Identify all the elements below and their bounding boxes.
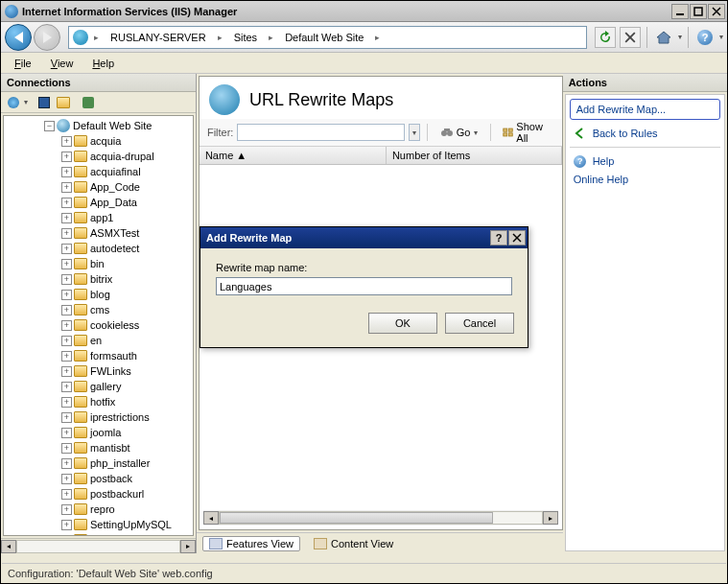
expand-icon[interactable]: + xyxy=(61,167,72,177)
action-help[interactable]: ? Help xyxy=(570,152,720,171)
tree-item[interactable]: +hotfix xyxy=(4,394,193,409)
tree-item[interactable]: +postback xyxy=(4,471,193,486)
expand-icon[interactable]: + xyxy=(61,474,72,484)
address-bar[interactable]: ▸ RUSLANY-SERVER ▸ Sites ▸ Default Web S… xyxy=(68,26,587,49)
tree-item[interactable]: +formsauth xyxy=(4,348,193,363)
expand-icon[interactable]: + xyxy=(61,182,72,193)
expand-icon[interactable]: + xyxy=(61,198,72,208)
expand-icon[interactable]: + xyxy=(61,213,72,223)
show-all-button[interactable]: Show All xyxy=(497,123,553,142)
tree-item[interactable]: +mantisbt xyxy=(4,440,193,456)
tree-item[interactable]: +ASMXTest xyxy=(4,225,193,241)
back-button[interactable] xyxy=(5,24,32,51)
crumb-site[interactable]: Default Web Site xyxy=(279,27,369,48)
expand-icon[interactable]: + xyxy=(61,412,72,423)
tree-item[interactable]: +cookieless xyxy=(4,317,193,333)
tree-item[interactable]: +acquia xyxy=(4,133,193,149)
tree-item[interactable]: +gallery xyxy=(4,379,193,394)
tree-item[interactable]: +postbackurl xyxy=(4,486,193,502)
expand-icon[interactable]: + xyxy=(61,152,72,162)
expand-icon[interactable]: + xyxy=(61,136,72,147)
open-icon[interactable] xyxy=(55,94,72,111)
expand-icon[interactable]: + xyxy=(61,366,72,377)
refresh-tree-icon[interactable] xyxy=(80,94,97,111)
close-button[interactable] xyxy=(708,4,725,19)
expand-icon[interactable]: + xyxy=(61,458,72,469)
tree-item[interactable]: +autodetect xyxy=(4,241,193,256)
expand-icon[interactable]: + xyxy=(61,259,72,269)
col-count[interactable]: Number of Items xyxy=(387,147,562,164)
maximize-button[interactable] xyxy=(690,4,707,19)
expand-icon[interactable]: + xyxy=(61,520,72,530)
crumb-sites[interactable]: Sites xyxy=(228,27,263,48)
tree-item[interactable]: +bin xyxy=(4,256,193,271)
expand-icon[interactable]: + xyxy=(61,443,72,454)
tree-item[interactable]: +php_installer xyxy=(4,456,193,471)
tab-features-view[interactable]: Features View xyxy=(202,536,300,551)
expand-icon[interactable]: + xyxy=(61,504,72,515)
expand-icon[interactable]: + xyxy=(61,351,72,362)
tree-item[interactable]: +joomla xyxy=(4,425,193,440)
grid-scroll-left-icon[interactable]: ◂ xyxy=(203,511,219,525)
expand-icon[interactable]: + xyxy=(61,397,72,408)
tree-item[interactable]: +iprestrictions xyxy=(4,409,193,425)
filter-dropdown[interactable]: ▾ xyxy=(409,124,420,141)
grid-scroll-right-icon[interactable]: ▸ xyxy=(543,511,558,525)
col-name[interactable]: Name ▲ xyxy=(200,147,387,164)
connect-icon[interactable] xyxy=(5,94,22,111)
home-button[interactable] xyxy=(653,27,674,48)
dialog-help-button[interactable]: ? xyxy=(490,230,507,245)
tree-item[interactable]: +App_Code xyxy=(4,179,193,195)
filter-input[interactable] xyxy=(237,124,405,141)
expand-icon[interactable]: + xyxy=(61,274,72,285)
dialog-close-button[interactable] xyxy=(508,230,526,245)
expand-icon[interactable]: + xyxy=(61,535,72,537)
expand-icon[interactable]: + xyxy=(61,305,72,315)
ok-button[interactable]: OK xyxy=(368,313,437,334)
go-button[interactable]: Go ▾ xyxy=(434,123,483,142)
scroll-right-icon[interactable]: ▸ xyxy=(180,540,196,553)
expand-icon[interactable]: + xyxy=(61,382,72,392)
expand-icon[interactable]: + xyxy=(61,320,72,331)
action-online-help[interactable]: Online Help xyxy=(570,171,720,188)
action-back-to-rules[interactable]: Back to Rules xyxy=(570,124,720,143)
tree-item[interactable]: +acquiafinal xyxy=(4,164,193,179)
tab-content-view[interactable]: Content View xyxy=(308,537,399,550)
tree-item[interactable]: +en xyxy=(4,333,193,348)
scroll-left-icon[interactable]: ◂ xyxy=(1,540,16,553)
tree-item[interactable]: +App_Data xyxy=(4,195,193,210)
tree-item[interactable]: +cms xyxy=(4,302,193,317)
action-add-rewrite-map[interactable]: Add Rewrite Map... xyxy=(570,99,720,120)
cancel-button[interactable]: Cancel xyxy=(445,313,514,334)
expand-icon[interactable]: + xyxy=(61,290,72,300)
expand-icon[interactable]: + xyxy=(61,228,72,239)
stop-button[interactable] xyxy=(620,27,641,48)
tree-root[interactable]: −Default Web Site xyxy=(4,118,193,133)
tree-item[interactable]: +SettingUpMySQL xyxy=(4,517,193,532)
scroll-thumb[interactable] xyxy=(220,512,493,524)
menu-help[interactable]: Help xyxy=(84,56,122,71)
tree-item[interactable]: +app1 xyxy=(4,210,193,225)
expand-icon[interactable]: + xyxy=(61,489,72,500)
tree-item[interactable]: +bitrix xyxy=(4,271,193,287)
tree-item[interactable]: +silverstripe xyxy=(4,532,193,536)
menu-view[interactable]: View xyxy=(43,56,82,71)
refresh-button[interactable] xyxy=(595,27,616,48)
tree-item[interactable]: +FWLinks xyxy=(4,363,193,379)
collapse-icon[interactable]: − xyxy=(44,121,55,131)
crumb-server[interactable]: RUSLANY-SERVER xyxy=(105,27,212,48)
tree-hscroll[interactable]: ◂ ▸ xyxy=(1,538,196,553)
rewrite-map-name-input[interactable] xyxy=(216,277,512,295)
menu-file[interactable]: File xyxy=(7,56,39,71)
tree-item[interactable]: +repro xyxy=(4,502,193,517)
connections-tree[interactable]: −Default Web Site+acquia+acquia-drupal+a… xyxy=(3,115,194,536)
expand-icon[interactable]: + xyxy=(61,244,72,254)
help-button[interactable]: ? xyxy=(694,27,716,48)
expand-icon[interactable]: + xyxy=(61,336,72,346)
minimize-button[interactable] xyxy=(671,4,689,19)
tree-item[interactable]: +acquia-drupal xyxy=(4,149,193,164)
tree-item[interactable]: +blog xyxy=(4,287,193,302)
save-icon[interactable] xyxy=(35,94,53,111)
forward-button[interactable] xyxy=(34,24,60,51)
grid-hscroll[interactable]: ◂ ▸ xyxy=(203,510,558,526)
